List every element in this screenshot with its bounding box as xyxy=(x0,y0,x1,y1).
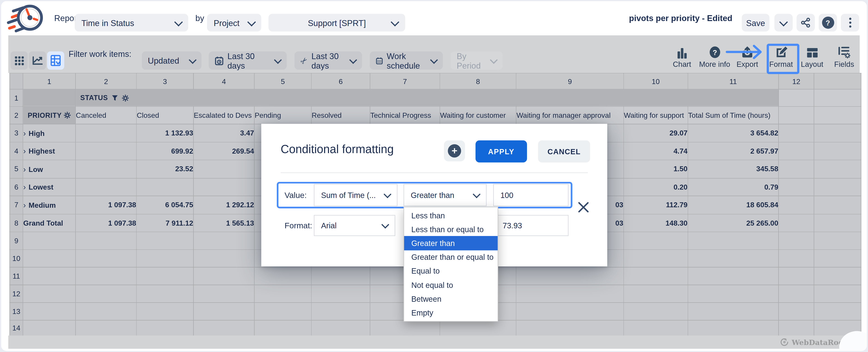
status-column-header-3[interactable]: Escalated to Devs xyxy=(193,106,254,124)
pivot-value-cell[interactable]: 3 654.82 xyxy=(688,124,779,142)
fields-action-button[interactable]: Fields xyxy=(828,44,860,68)
empty-header-cell[interactable] xyxy=(814,89,861,106)
pivot-value-cell[interactable]: 345.58 xyxy=(688,160,779,178)
pivot-value-cell[interactable]: 269.54 xyxy=(193,142,254,160)
empty-cell[interactable] xyxy=(779,285,814,303)
pivot-value-cell[interactable]: 7 911.12 xyxy=(136,214,193,232)
cancel-button[interactable]: CANCEL xyxy=(538,140,590,163)
empty-cell[interactable] xyxy=(688,303,779,320)
pivot-value-cell[interactable] xyxy=(814,124,861,142)
empty-cell[interactable] xyxy=(516,320,623,336)
row-label-cell[interactable]: ›High xyxy=(23,124,75,142)
empty-cell[interactable] xyxy=(254,303,311,320)
pivot-value-cell[interactable]: 112.79 xyxy=(624,196,688,214)
condition-option-empty[interactable]: Empty xyxy=(404,306,498,320)
condition-option-less-than[interactable]: Less than xyxy=(404,208,498,222)
empty-cell[interactable] xyxy=(75,320,136,336)
chart-action-button[interactable]: Chart xyxy=(666,44,698,68)
expand-chevron-icon[interactable]: › xyxy=(23,129,26,138)
condition-option-greater-than-or-equal-to[interactable]: Greater than or equal to xyxy=(404,250,498,264)
more-menu-button[interactable] xyxy=(841,14,859,32)
pivot-value-cell[interactable]: 1 292.12 xyxy=(193,196,254,214)
group-by-select[interactable]: Project xyxy=(207,14,261,32)
empty-cell[interactable] xyxy=(814,285,861,303)
empty-cell[interactable] xyxy=(779,250,814,267)
empty-cell[interactable] xyxy=(516,267,623,285)
help-button[interactable]: ? xyxy=(819,14,837,32)
status-header-cell[interactable]: STATUS xyxy=(75,89,779,106)
empty-cell[interactable] xyxy=(193,285,254,303)
empty-cell[interactable] xyxy=(624,267,688,285)
empty-cell[interactable] xyxy=(75,232,136,250)
priority-header-cell[interactable]: PRIORITY xyxy=(23,106,75,124)
empty-cell[interactable] xyxy=(311,303,370,320)
pivot-value-cell[interactable] xyxy=(779,160,814,178)
status-column-header-9[interactable]: Waiting for support xyxy=(624,106,688,124)
empty-cell[interactable] xyxy=(779,320,814,336)
status-column-header-2[interactable]: Closed xyxy=(136,106,193,124)
empty-cell[interactable] xyxy=(370,320,440,336)
pivot-value-cell[interactable] xyxy=(814,142,861,160)
chart-view-button[interactable] xyxy=(29,51,46,70)
updated-range-select[interactable]: Last 30 days xyxy=(209,51,287,70)
pivot-value-cell[interactable]: 148.30 xyxy=(624,214,688,232)
threshold-input[interactable]: 100 xyxy=(493,184,568,206)
pivot-value-cell[interactable]: 1 097.38 xyxy=(75,214,136,232)
pivot-value-cell[interactable]: 4.74 xyxy=(624,142,688,160)
empty-cell[interactable] xyxy=(136,303,193,320)
font-select[interactable]: Arial xyxy=(314,215,395,236)
empty-cell[interactable] xyxy=(136,320,193,336)
filter-funnel-icon[interactable] xyxy=(112,95,118,101)
condition-select[interactable]: Greater than xyxy=(404,184,487,206)
empty-cell[interactable] xyxy=(75,285,136,303)
empty-cell[interactable] xyxy=(23,320,75,336)
row-label-cell[interactable]: ›Medium xyxy=(23,196,75,214)
status-column-header-10[interactable]: Total Sum of Time (hours) xyxy=(688,106,779,124)
empty-cell[interactable] xyxy=(814,250,861,267)
empty-cell[interactable] xyxy=(75,303,136,320)
empty-cell[interactable] xyxy=(688,285,779,303)
empty-cell[interactable] xyxy=(814,232,861,250)
empty-cell[interactable] xyxy=(23,303,75,320)
empty-cell[interactable] xyxy=(440,320,516,336)
empty-cell[interactable] xyxy=(75,250,136,267)
empty-header-cell[interactable] xyxy=(779,89,814,106)
empty-cell[interactable] xyxy=(136,285,193,303)
pivot-value-cell[interactable]: 699.92 xyxy=(136,142,193,160)
empty-cell[interactable] xyxy=(688,267,779,285)
pivot-value-cell[interactable] xyxy=(193,160,254,178)
condition-option-greater-than[interactable]: Greater than xyxy=(404,236,498,250)
empty-cell[interactable] xyxy=(193,303,254,320)
pivot-value-cell[interactable] xyxy=(75,142,136,160)
empty-cell[interactable] xyxy=(779,267,814,285)
pivot-value-cell[interactable] xyxy=(779,178,814,196)
empty-cell[interactable] xyxy=(624,250,688,267)
pivot-value-cell[interactable]: 1 565.13 xyxy=(193,214,254,232)
row-label-cell[interactable]: Grand Total xyxy=(23,214,75,232)
empty-cell[interactable] xyxy=(311,320,370,336)
condition-option-not-equal-to[interactable]: Not equal to xyxy=(404,278,498,292)
grid-view-button[interactable] xyxy=(10,51,28,70)
empty-cell[interactable] xyxy=(254,285,311,303)
condition-option-equal-to[interactable]: Equal to xyxy=(404,264,498,278)
pivot-value-cell[interactable] xyxy=(193,178,254,196)
pivot-value-cell[interactable] xyxy=(75,178,136,196)
more-info-action-button[interactable]: ? More info xyxy=(699,44,731,68)
report-select[interactable]: Time in Status xyxy=(75,14,188,32)
empty-cell[interactable] xyxy=(688,320,779,336)
pivot-value-cell[interactable]: 0.79 xyxy=(688,178,779,196)
pivot-value-cell[interactable]: 25 265.00 xyxy=(688,214,779,232)
pivot-value-cell[interactable] xyxy=(136,178,193,196)
pivot-value-cell[interactable]: 1 132.93 xyxy=(136,124,193,142)
work-schedule-select[interactable]: Work schedule xyxy=(370,51,443,70)
gear-icon[interactable] xyxy=(122,94,129,102)
empty-cell[interactable] xyxy=(136,267,193,285)
empty-cell[interactable] xyxy=(688,232,779,250)
export-action-button[interactable]: Export xyxy=(731,44,764,68)
empty-cell[interactable] xyxy=(624,232,688,250)
expand-chevron-icon[interactable]: › xyxy=(23,201,26,209)
save-options-button[interactable] xyxy=(775,14,793,32)
empty-cell[interactable] xyxy=(23,232,75,250)
empty-cell[interactable] xyxy=(254,267,311,285)
expand-chevron-icon[interactable]: › xyxy=(23,146,26,155)
